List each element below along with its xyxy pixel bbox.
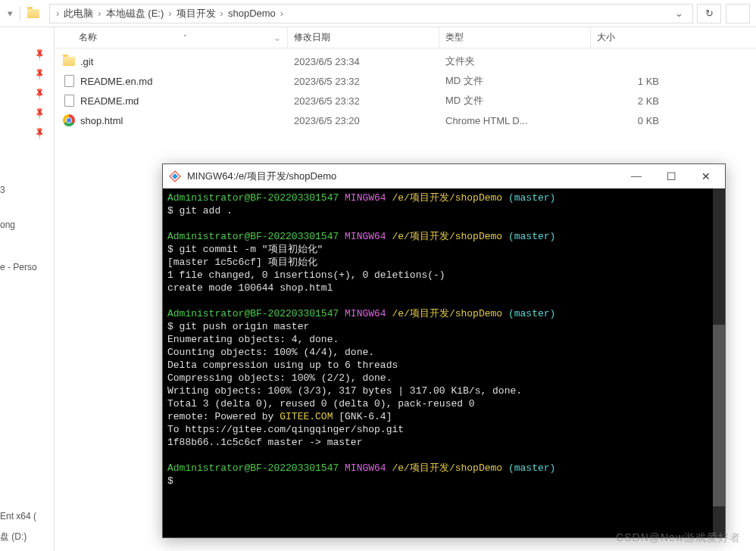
file-row[interactable]: shop.html 2023/6/5 23:20 Chrome HTML D..… [55, 111, 756, 130]
column-drop-icon[interactable]: ⌄ [273, 33, 281, 43]
terminal-line: [master 1c5c6cf] 项目初始化 [167, 256, 720, 269]
sidebar-item[interactable]: ong [0, 215, 54, 235]
column-headers: 名称 ˄ ⌄ 修改日期 类型 大小 [55, 27, 756, 48]
file-row[interactable]: README.md 2023/6/5 23:32 MD 文件 2 KB [55, 91, 756, 111]
breadcrumb-item[interactable]: 本地磁盘 (E:) [103, 7, 167, 20]
svg-marker-1 [172, 173, 178, 179]
prompt-env: MINGW64 [345, 192, 386, 204]
address-bar: ▾ › 此电脑 › 本地磁盘 (E:) › 项目开发 › shopDemo › … [0, 0, 756, 27]
column-type[interactable]: 类型 [439, 27, 591, 48]
column-size[interactable]: 大小 [591, 27, 689, 48]
chevron-right-icon[interactable]: › [55, 8, 61, 19]
mingw-icon [169, 170, 181, 182]
breadcrumb[interactable]: › 此电脑 › 本地磁盘 (E:) › 项目开发 › shopDemo › ⌄ [49, 4, 693, 23]
terminal-line: Counting objects: 100% (4/4), done. [167, 346, 720, 359]
column-date[interactable]: 修改日期 [288, 27, 439, 48]
terminal-line: $ [167, 475, 720, 487]
file-size: 1 KB [591, 76, 689, 87]
file-type: MD 文件 [439, 74, 591, 88]
folder-icon [27, 7, 40, 20]
terminal-window: MINGW64:/e/项目开发/shopDemo — ☐ ✕ Administr… [162, 163, 726, 538]
terminal-line: create mode 100644 shop.html [167, 282, 720, 294]
file-row[interactable]: README.en.md 2023/6/5 23:32 MD 文件 1 KB [55, 71, 756, 91]
pin-row[interactable]: 📌 [0, 103, 54, 123]
maximize-button[interactable]: ☐ [654, 165, 689, 188]
prompt-branch: (master) [508, 308, 555, 319]
file-icon [62, 74, 76, 88]
terminal-title: MINGW64:/e/项目开发/shopDemo [187, 170, 619, 183]
file-date: 2023/6/5 23:32 [288, 95, 439, 107]
terminal-line: Compressing objects: 100% (2/2), done. [167, 372, 720, 384]
file-type: 文件夹 [439, 54, 591, 68]
chevron-right-icon[interactable]: › [96, 8, 102, 19]
chrome-icon [62, 114, 76, 127]
prompt-user: Administrator@BF-202203301547 [167, 308, 339, 319]
terminal-line: To https://gitee.com/qingqinger/shop.git [167, 423, 720, 436]
history-drop-icon[interactable]: ⌄ [670, 8, 688, 19]
file-type: MD 文件 [439, 94, 591, 107]
sidebar-item[interactable]: 3 [0, 180, 54, 200]
prompt-env: MINGW64 [345, 462, 386, 474]
sidebar-bottom: Ent x64 ( 盘 (D:) [0, 506, 39, 548]
terminal-line: Writing objects: 100% (3/3), 317 bytes |… [167, 384, 720, 397]
breadcrumb-item[interactable]: 项目开发 [173, 7, 219, 20]
pin-row[interactable]: 📌 [0, 123, 54, 142]
prompt-user: Administrator@BF-202203301547 [167, 462, 339, 474]
breadcrumb-item[interactable]: 此电脑 [61, 7, 96, 20]
file-date: 2023/6/5 23:20 [288, 115, 439, 126]
column-name[interactable]: 名称 ˄ ⌄ [55, 27, 288, 48]
pin-row[interactable]: 📌 [0, 83, 54, 103]
column-label: 名称 [79, 31, 97, 44]
terminal-body[interactable]: Administrator@BF-202203301547 MINGW64 /e… [163, 188, 725, 537]
terminal-line: $ git commit -m "项目初始化" [167, 243, 720, 256]
terminal-titlebar[interactable]: MINGW64:/e/项目开发/shopDemo — ☐ ✕ [163, 164, 725, 188]
terminal-line: Delta compression using up to 6 threads [167, 359, 720, 372]
prompt-user: Administrator@BF-202203301547 [167, 192, 339, 204]
prompt-path: /e/项目开发/shopDemo [392, 231, 502, 242]
prompt-user: Administrator@BF-202203301547 [167, 231, 339, 242]
prompt-path: /e/项目开发/shopDemo [392, 462, 502, 474]
sidebar-item[interactable]: e - Perso [0, 257, 54, 277]
file-list: .git 2023/6/5 23:34 文件夹 README.en.md 202… [55, 48, 756, 133]
chevron-right-icon[interactable]: › [219, 8, 225, 19]
prompt-branch: (master) [508, 192, 555, 204]
pin-row[interactable]: 📌 [0, 64, 54, 83]
file-row[interactable]: .git 2023/6/5 23:34 文件夹 [55, 51, 756, 71]
sidebar-item[interactable]: Ent x64 ( [0, 506, 39, 526]
chevron-right-icon[interactable]: › [279, 8, 285, 19]
folder-icon [62, 54, 76, 68]
close-button[interactable]: ✕ [689, 165, 723, 188]
refresh-button[interactable]: ↻ [697, 4, 721, 23]
search-box[interactable] [726, 4, 750, 23]
column-label: 类型 [445, 31, 464, 44]
pin-icon: 📌 [32, 105, 46, 120]
tab-drop-icon[interactable]: ▾ [6, 8, 14, 19]
watermark: CSDN@New游戏爱好者 [616, 531, 741, 545]
pin-row[interactable]: 📌 [0, 44, 54, 64]
minimize-button[interactable]: — [619, 165, 654, 188]
file-name: README.md [80, 95, 139, 107]
pin-icon: 📌 [32, 125, 46, 139]
prompt-branch: (master) [508, 462, 555, 474]
pin-icon: 📌 [32, 66, 46, 80]
pin-icon: 📌 [32, 46, 46, 61]
scrollbar-thumb[interactable] [713, 325, 725, 506]
file-size: 0 KB [591, 115, 689, 126]
terminal-line: $ git push origin master [167, 320, 720, 333]
file-name: README.en.md [80, 76, 152, 87]
terminal-line: 1 file changed, 0 insertions(+), 0 delet… [167, 269, 720, 282]
terminal-line: $ git add . [167, 204, 720, 217]
terminal-line: remote: Powered by GITEE.COM [GNK-6.4] [167, 410, 720, 423]
file-name: .git [80, 56, 93, 67]
prompt-path: /e/项目开发/shopDemo [392, 192, 502, 204]
prompt-env: MINGW64 [345, 231, 386, 242]
sidebar-item[interactable]: 盘 (D:) [0, 526, 39, 548]
prompt-branch: (master) [508, 231, 555, 242]
pin-icon: 📌 [32, 86, 46, 100]
column-label: 大小 [597, 31, 615, 44]
breadcrumb-item[interactable]: shopDemo [225, 8, 279, 19]
terminal-line: 1f88b66..1c5c6cf master -> master [167, 436, 720, 449]
file-icon [62, 94, 76, 107]
chevron-right-icon[interactable]: › [167, 8, 173, 19]
file-name: shop.html [80, 115, 123, 126]
